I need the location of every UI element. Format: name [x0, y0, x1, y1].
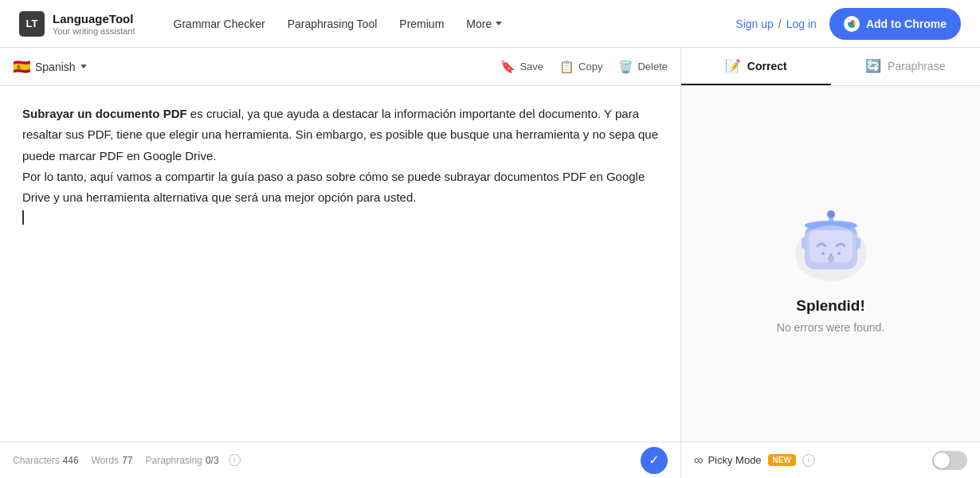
trash-icon: 🗑️: [618, 60, 633, 74]
toggle-knob: [934, 453, 950, 468]
delete-action[interactable]: 🗑️ Delete: [618, 60, 668, 74]
text-editor[interactable]: Subrayar un documento PDF es crucial, ya…: [0, 86, 680, 441]
picky-info-icon[interactable]: i: [802, 454, 815, 467]
checkmark-icon: ✓: [649, 453, 660, 467]
cursor-line-container: [22, 208, 658, 229]
nav-paraphrasing-tool[interactable]: Paraphrasing Tool: [288, 18, 378, 30]
sign-up-link[interactable]: Sign up: [735, 18, 773, 30]
paraphrase-tab-icon: 🔄: [865, 58, 881, 73]
picky-mode-toggle[interactable]: [932, 451, 967, 470]
add-to-chrome-label: Add to Chrome: [866, 18, 947, 30]
paraphrasing-info-icon[interactable]: i: [229, 454, 241, 466]
correct-tab-icon: 📝: [725, 58, 741, 73]
logo-title: LanguageTool: [53, 12, 135, 26]
stats-area: Characters 446 Words 77 Paraphrasing 0/3…: [13, 454, 241, 466]
auth-links: Sign up / Log in: [735, 18, 817, 30]
right-bottom-bar: ∞ Picky Mode NEW i: [681, 441, 980, 478]
nav-more[interactable]: More: [466, 18, 502, 30]
add-to-chrome-button[interactable]: Add to Chrome: [829, 8, 961, 40]
tab-correct[interactable]: 📝 Correct: [681, 48, 831, 85]
picky-mode-icon: ∞: [694, 453, 701, 468]
header-actions: Sign up / Log in Add to Chrome: [735, 8, 961, 40]
language-selector[interactable]: 🇪🇸 Spanish: [13, 58, 87, 76]
tab-paraphrase[interactable]: 🔄 Paraphrase: [831, 48, 981, 85]
characters-label: Characters: [13, 455, 60, 466]
right-tabs: 📝 Correct 🔄 Paraphrase: [681, 48, 980, 86]
correct-tab-label: Correct: [747, 60, 787, 72]
save-action[interactable]: 🔖 Save: [500, 60, 543, 74]
left-toolbar: 🇪🇸 Spanish 🔖 Save 📋 Copy 🗑️ Delete: [0, 48, 680, 86]
paragraph-1-bold: Subrayar un documento PDF: [22, 107, 187, 120]
chevron-down-icon: [496, 22, 502, 25]
svg-point-4: [827, 210, 835, 218]
left-panel: 🇪🇸 Spanish 🔖 Save 📋 Copy 🗑️ Delete: [0, 48, 681, 478]
paraphrase-tab-label: Paraphrase: [888, 60, 945, 72]
language-label: Spanish: [35, 61, 76, 73]
delete-label: Delete: [637, 61, 668, 72]
logo-text: LanguageTool Your writing assistant: [53, 12, 135, 36]
paraphrasing-label: Paraphrasing: [146, 455, 202, 466]
language-chevron-icon: [80, 65, 87, 69]
copy-label: Copy: [578, 61, 602, 72]
robot-bg-circle: [795, 225, 867, 281]
copy-action[interactable]: 📋 Copy: [559, 60, 602, 74]
left-bottom-bar: Characters 446 Words 77 Paraphrasing 0/3…: [0, 441, 680, 478]
log-in-link[interactable]: Log in: [786, 18, 817, 30]
copy-icon: 📋: [559, 60, 574, 74]
toolbar-actions: 🔖 Save 📋 Copy 🗑️ Delete: [500, 60, 668, 74]
paraphrasing-value: 0/3: [206, 455, 219, 466]
save-label: Save: [519, 61, 543, 72]
nav-grammar-checker[interactable]: Grammar Checker: [174, 18, 265, 30]
nav-premium[interactable]: Premium: [399, 18, 444, 30]
splendid-title: Splendid!: [796, 297, 865, 315]
no-errors-text: No errors were found.: [777, 321, 884, 334]
paragraph-1: Subrayar un documento PDF es crucial, ya…: [22, 104, 658, 167]
check-button[interactable]: ✓: [641, 447, 668, 474]
main-nav: Grammar Checker Paraphrasing Tool Premiu…: [174, 18, 736, 30]
nav-more-label: More: [466, 18, 492, 30]
new-badge: NEW: [768, 454, 796, 466]
picky-mode-area: ∞ Picky Mode NEW i: [694, 453, 815, 468]
auth-separator: /: [778, 18, 782, 30]
right-panel: 📝 Correct 🔄 Paraphrase: [681, 48, 980, 478]
language-flag: 🇪🇸: [13, 58, 30, 76]
main-content: 🇪🇸 Spanish 🔖 Save 📋 Copy 🗑️ Delete: [0, 48, 980, 478]
chrome-icon: [844, 16, 860, 32]
right-content: Splendid! No errors were found.: [681, 86, 980, 441]
characters-value: 446: [63, 455, 79, 466]
logo-area[interactable]: LT LanguageTool Your writing assistant: [19, 11, 135, 37]
robot-illustration: [787, 194, 875, 281]
header: LT LanguageTool Your writing assistant G…: [0, 0, 980, 48]
picky-mode-label: Picky Mode: [708, 454, 761, 466]
words-value: 77: [122, 455, 132, 466]
paragraph-2: Por lo tanto, aquí vamos a compartir la …: [22, 167, 658, 209]
bookmark-icon: 🔖: [500, 60, 515, 74]
words-label: Words: [92, 455, 119, 466]
logo-subtitle: Your writing assistant: [53, 26, 135, 36]
logo-icon: LT: [19, 11, 45, 37]
text-cursor: [22, 210, 24, 225]
